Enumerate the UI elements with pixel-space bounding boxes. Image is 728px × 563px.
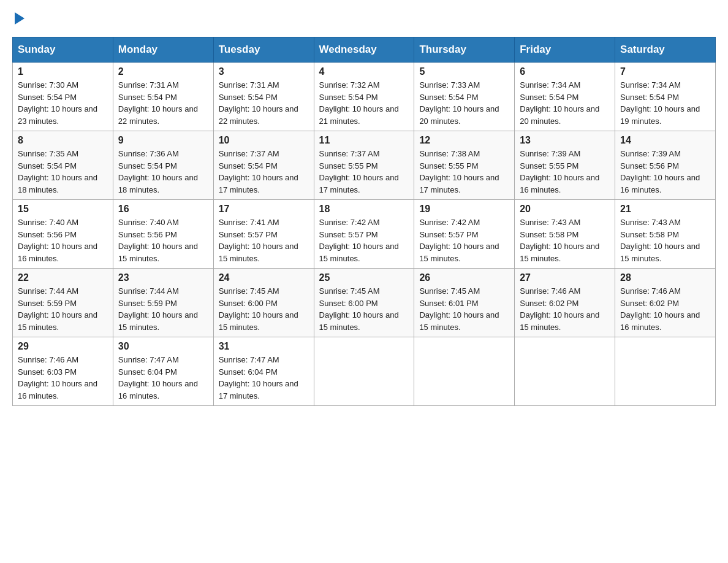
- table-row: 11 Sunrise: 7:37 AMSunset: 5:55 PMDaylig…: [314, 131, 414, 200]
- day-number: 10: [219, 135, 309, 146]
- day-number: 18: [319, 204, 409, 215]
- day-info: Sunrise: 7:43 AMSunset: 5:58 PMDaylight:…: [620, 216, 710, 264]
- day-number: 20: [520, 204, 610, 215]
- table-row: 16 Sunrise: 7:40 AMSunset: 5:56 PMDaylig…: [113, 200, 213, 269]
- day-number: 3: [219, 66, 309, 77]
- table-row: 25 Sunrise: 7:45 AMSunset: 6:00 PMDaylig…: [314, 269, 414, 337]
- table-row: 29 Sunrise: 7:46 AMSunset: 6:03 PMDaylig…: [13, 337, 113, 406]
- table-row: 2 Sunrise: 7:31 AMSunset: 5:54 PMDayligh…: [113, 63, 213, 131]
- day-number: 25: [319, 272, 409, 283]
- day-number: 2: [118, 66, 208, 77]
- day-info: Sunrise: 7:37 AMSunset: 5:54 PMDaylight:…: [219, 148, 309, 196]
- table-row: 14 Sunrise: 7:39 AMSunset: 5:56 PMDaylig…: [615, 131, 716, 200]
- col-header-saturday: Saturday: [615, 37, 716, 63]
- day-info: Sunrise: 7:47 AMSunset: 6:04 PMDaylight:…: [219, 354, 309, 402]
- day-info: Sunrise: 7:31 AMSunset: 5:54 PMDaylight:…: [219, 79, 309, 127]
- calendar-week-1: 1 Sunrise: 7:30 AMSunset: 5:54 PMDayligh…: [13, 63, 716, 131]
- table-row: 23 Sunrise: 7:44 AMSunset: 5:59 PMDaylig…: [113, 269, 213, 337]
- col-header-thursday: Thursday: [414, 37, 515, 63]
- table-row: 13 Sunrise: 7:39 AMSunset: 5:55 PMDaylig…: [515, 131, 615, 200]
- day-info: Sunrise: 7:33 AMSunset: 5:54 PMDaylight:…: [419, 79, 509, 127]
- calendar-week-5: 29 Sunrise: 7:46 AMSunset: 6:03 PMDaylig…: [13, 337, 716, 406]
- day-info: Sunrise: 7:35 AMSunset: 5:54 PMDaylight:…: [18, 148, 108, 196]
- day-number: 27: [520, 272, 610, 283]
- day-number: 8: [18, 135, 108, 146]
- day-number: 14: [620, 135, 710, 146]
- calendar-week-3: 15 Sunrise: 7:40 AMSunset: 5:56 PMDaylig…: [13, 200, 716, 269]
- day-info: Sunrise: 7:45 AMSunset: 6:01 PMDaylight:…: [419, 285, 509, 333]
- logo-blue-row: [12, 12, 25, 25]
- day-info: Sunrise: 7:38 AMSunset: 5:55 PMDaylight:…: [419, 148, 509, 196]
- day-info: Sunrise: 7:34 AMSunset: 5:54 PMDaylight:…: [520, 79, 610, 127]
- calendar-week-2: 8 Sunrise: 7:35 AMSunset: 5:54 PMDayligh…: [13, 131, 716, 200]
- table-row: 5 Sunrise: 7:33 AMSunset: 5:54 PMDayligh…: [414, 63, 515, 131]
- table-row: 3 Sunrise: 7:31 AMSunset: 5:54 PMDayligh…: [213, 63, 314, 131]
- table-row: 27 Sunrise: 7:46 AMSunset: 6:02 PMDaylig…: [515, 269, 615, 337]
- table-row: 24 Sunrise: 7:45 AMSunset: 6:00 PMDaylig…: [213, 269, 314, 337]
- day-info: Sunrise: 7:41 AMSunset: 5:57 PMDaylight:…: [219, 216, 309, 264]
- day-number: 31: [219, 341, 309, 352]
- day-info: Sunrise: 7:44 AMSunset: 5:59 PMDaylight:…: [18, 285, 108, 333]
- day-info: Sunrise: 7:47 AMSunset: 6:04 PMDaylight:…: [118, 354, 208, 402]
- table-row: [615, 337, 716, 406]
- table-row: 10 Sunrise: 7:37 AMSunset: 5:54 PMDaylig…: [213, 131, 314, 200]
- page-header: [12, 12, 716, 25]
- day-info: Sunrise: 7:45 AMSunset: 6:00 PMDaylight:…: [319, 285, 409, 333]
- table-row: 9 Sunrise: 7:36 AMSunset: 5:54 PMDayligh…: [113, 131, 213, 200]
- table-row: 26 Sunrise: 7:45 AMSunset: 6:01 PMDaylig…: [414, 269, 515, 337]
- col-header-wednesday: Wednesday: [314, 37, 414, 63]
- table-row: 30 Sunrise: 7:47 AMSunset: 6:04 PMDaylig…: [113, 337, 213, 406]
- day-number: 16: [118, 204, 208, 215]
- day-info: Sunrise: 7:31 AMSunset: 5:54 PMDaylight:…: [118, 79, 208, 127]
- day-info: Sunrise: 7:37 AMSunset: 5:55 PMDaylight:…: [319, 148, 409, 196]
- table-row: [515, 337, 615, 406]
- logo: [12, 12, 25, 25]
- table-row: 12 Sunrise: 7:38 AMSunset: 5:55 PMDaylig…: [414, 131, 515, 200]
- day-info: Sunrise: 7:46 AMSunset: 6:02 PMDaylight:…: [620, 285, 710, 333]
- day-info: Sunrise: 7:40 AMSunset: 5:56 PMDaylight:…: [118, 216, 208, 264]
- col-header-monday: Monday: [113, 37, 213, 63]
- col-header-sunday: Sunday: [13, 37, 113, 63]
- day-number: 22: [18, 272, 108, 283]
- day-number: 9: [118, 135, 208, 146]
- table-row: 22 Sunrise: 7:44 AMSunset: 5:59 PMDaylig…: [13, 269, 113, 337]
- day-number: 11: [319, 135, 409, 146]
- day-info: Sunrise: 7:43 AMSunset: 5:58 PMDaylight:…: [520, 216, 610, 264]
- table-row: 4 Sunrise: 7:32 AMSunset: 5:54 PMDayligh…: [314, 63, 414, 131]
- table-row: 18 Sunrise: 7:42 AMSunset: 5:57 PMDaylig…: [314, 200, 414, 269]
- table-row: 6 Sunrise: 7:34 AMSunset: 5:54 PMDayligh…: [515, 63, 615, 131]
- day-number: 23: [118, 272, 208, 283]
- day-info: Sunrise: 7:45 AMSunset: 6:00 PMDaylight:…: [219, 285, 309, 333]
- table-row: 8 Sunrise: 7:35 AMSunset: 5:54 PMDayligh…: [13, 131, 113, 200]
- table-row: 28 Sunrise: 7:46 AMSunset: 6:02 PMDaylig…: [615, 269, 716, 337]
- day-info: Sunrise: 7:39 AMSunset: 5:55 PMDaylight:…: [520, 148, 610, 196]
- day-number: 26: [419, 272, 509, 283]
- calendar-header-row: SundayMondayTuesdayWednesdayThursdayFrid…: [13, 37, 716, 63]
- table-row: 20 Sunrise: 7:43 AMSunset: 5:58 PMDaylig…: [515, 200, 615, 269]
- table-row: 15 Sunrise: 7:40 AMSunset: 5:56 PMDaylig…: [13, 200, 113, 269]
- day-info: Sunrise: 7:36 AMSunset: 5:54 PMDaylight:…: [118, 148, 208, 196]
- day-info: Sunrise: 7:42 AMSunset: 5:57 PMDaylight:…: [319, 216, 409, 264]
- day-number: 29: [18, 341, 108, 352]
- day-number: 13: [520, 135, 610, 146]
- col-header-friday: Friday: [515, 37, 615, 63]
- day-number: 5: [419, 66, 509, 77]
- day-number: 12: [419, 135, 509, 146]
- calendar-week-4: 22 Sunrise: 7:44 AMSunset: 5:59 PMDaylig…: [13, 269, 716, 337]
- day-number: 7: [620, 66, 710, 77]
- day-number: 17: [219, 204, 309, 215]
- table-row: 21 Sunrise: 7:43 AMSunset: 5:58 PMDaylig…: [615, 200, 716, 269]
- day-number: 19: [419, 204, 509, 215]
- day-info: Sunrise: 7:34 AMSunset: 5:54 PMDaylight:…: [620, 79, 710, 127]
- day-number: 1: [18, 66, 108, 77]
- table-row: [314, 337, 414, 406]
- day-info: Sunrise: 7:30 AMSunset: 5:54 PMDaylight:…: [18, 79, 108, 127]
- table-row: 7 Sunrise: 7:34 AMSunset: 5:54 PMDayligh…: [615, 63, 716, 131]
- day-number: 30: [118, 341, 208, 352]
- table-row: [414, 337, 515, 406]
- day-info: Sunrise: 7:39 AMSunset: 5:56 PMDaylight:…: [620, 148, 710, 196]
- day-number: 6: [520, 66, 610, 77]
- day-number: 4: [319, 66, 409, 77]
- day-number: 15: [18, 204, 108, 215]
- col-header-tuesday: Tuesday: [213, 37, 314, 63]
